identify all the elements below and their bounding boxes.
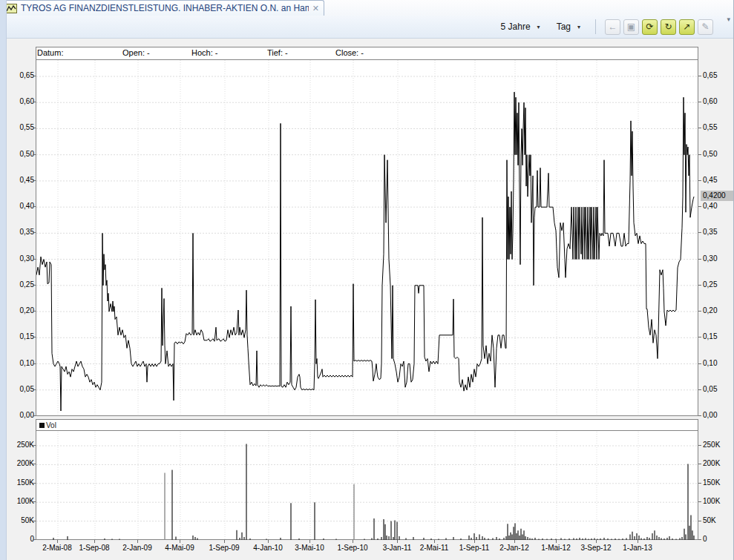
axis-tick [33,311,36,312]
axis-tick [33,521,36,521]
volume-panel: Vol [36,419,698,540]
back-button[interactable]: ← [605,19,620,35]
volume-axis-label-left: 50K [6,516,34,525]
tab-tyros-chart[interactable]: TYROS AG FINANZDIENSTLEISTUNG. INHABER-A… [0,0,324,16]
axis-tick [33,102,36,102]
axis-tick [33,285,36,286]
date-axis-label: 1-Sep-09 [202,544,246,553]
interval-label: Tag [557,22,571,32]
axis-tick [33,464,36,464]
date-axis-label: 2-Mai-11 [412,544,456,553]
volume-legend-swatch-icon [39,423,45,428]
price-axis-label-right: 0,40 [703,202,734,211]
toolbar: 5 Jahre ▾ Tag ▾ ←▣⟳↻↗✎ ▾ [0,16,734,39]
date-axis-label: 2-Jan-09 [115,544,160,553]
chevron-down-icon: ▾ [537,24,540,30]
price-axis-label-right: 0,35 [703,228,734,237]
axis-tick [698,415,701,416]
volume-plot[interactable] [36,432,698,540]
date-axis-label: 3-Sep-12 [574,544,618,553]
axis-tick [514,540,515,543]
toolbar-buttons: ←▣⟳↻↗✎ [603,19,715,35]
refresh-button[interactable]: ⟳ [642,19,658,35]
axis-tick [397,540,398,543]
chevron-down-icon: ▾ [577,24,580,30]
volume-axis-label-right: 100K [703,497,734,506]
axis-tick [224,540,225,543]
chart-icon [5,4,17,13]
axis-tick [180,540,180,543]
axis-tick [698,464,701,464]
toolbar-overflow-chevron-icon[interactable]: ▾ [727,16,730,23]
axis-tick [556,540,557,543]
axis-tick [474,540,475,543]
axis-tick [698,180,701,181]
axis-tick [698,154,701,155]
price-axis-label-right: 0,00 [703,411,734,420]
axis-tick [33,539,36,540]
axis-tick [434,540,435,543]
price-axis-label-left: 0,40 [6,202,34,211]
axis-tick [33,180,36,181]
price-axis-label-right: 0,10 [703,359,734,368]
volume-axis-label-left: 0 [6,535,34,544]
interval-dropdown[interactable]: Tag ▾ [554,20,583,33]
volume-axis-label-right: 50K [703,516,734,525]
axis-tick [698,483,701,484]
volume-axis-label-left: 100K [6,497,34,506]
tab-bar: TYROS AG FINANZDIENSTLEISTUNG. INHABER-A… [0,0,734,16]
price-axis-label-left: 0,10 [6,359,34,368]
axis-tick [33,76,36,76]
date-axis-label: 1-Sep-10 [330,544,375,553]
price-axis-label-left: 0,35 [6,228,34,237]
tab-close-icon[interactable]: ✕ [312,4,319,13]
axis-tick [638,540,638,543]
axis-tick [33,154,36,155]
axis-tick [698,389,701,390]
volume-axis-label-left: 200K [6,459,34,468]
axis-tick [33,232,36,233]
reload-icon: ↻ [664,22,672,32]
period-dropdown[interactable]: 5 Jahre ▾ [498,20,543,33]
axis-tick [33,501,36,502]
axis-tick [698,521,701,521]
axis-tick [137,540,138,543]
axis-tick [698,232,701,233]
axis-tick [698,206,701,207]
axis-tick [698,102,701,102]
volume-legend: Vol [36,420,698,431]
price-axis-label-right: 0,55 [703,123,734,132]
axis-tick [33,363,36,364]
axis-tick [57,540,58,543]
price-axis-label-right: 0,20 [703,306,734,315]
window-side-band [0,0,7,560]
axis-tick [33,128,36,128]
date-axis-label: 1-Sep-11 [452,544,497,553]
trend-button[interactable]: ↗ [679,19,695,35]
ohlc-field: Open: - [122,48,150,57]
date-axis-label: 1-Mai-12 [534,544,578,553]
axis-tick [94,540,95,543]
ohlc-strip: Datum:Open: -Hoch: -Tief: -Close: - [36,47,698,60]
axis-tick [698,128,701,128]
volume-axis-label-left: 150K [6,478,34,487]
volume-axis-label-left: 250K [6,441,34,449]
price-axis-label-right: 0,15 [703,332,734,341]
axis-tick [353,540,353,543]
chart-window: TYROS AG FINANZDIENSTLEISTUNG. INHABER-A… [0,0,734,560]
axis-tick [698,76,701,76]
price-axis-label-right: 0,45 [703,176,734,185]
price-plot[interactable] [36,60,698,416]
axis-tick [698,445,701,446]
date-axis-label: 1-Sep-08 [72,544,117,553]
date-axis-label: 3-Mai-10 [287,544,332,553]
price-axis-label-left: 0,55 [6,123,34,132]
price-axis-label-left: 0,05 [6,385,34,394]
draw-line-button[interactable]: ✎ [698,19,713,35]
price-axis-label-right: 0,30 [703,254,734,263]
reload-button[interactable]: ↻ [661,19,676,35]
save-button[interactable]: ▣ [623,19,639,35]
axis-tick [698,501,701,502]
tab-title: TYROS AG FINANZDIENSTLEISTUNG. INHABER-A… [21,3,309,13]
price-axis-label-right: 0,65 [703,71,734,80]
